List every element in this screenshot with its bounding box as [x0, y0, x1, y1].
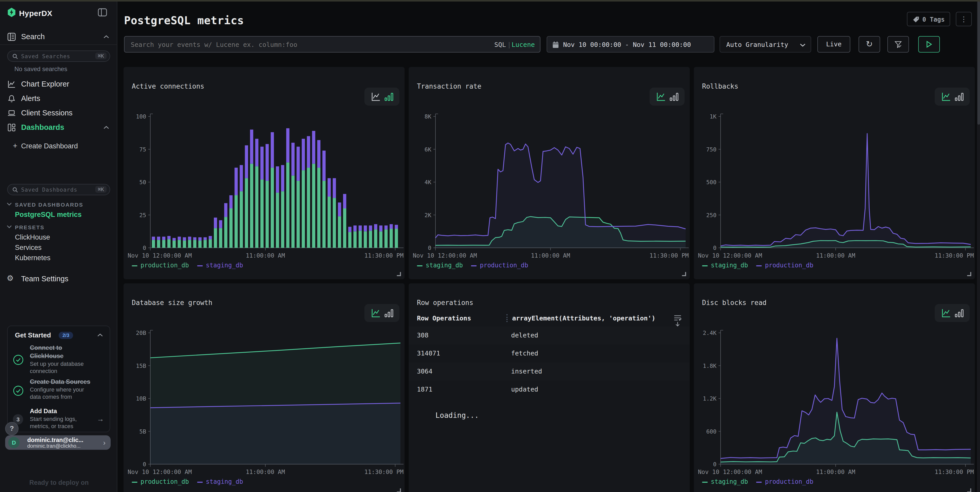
- saved-dashboards-input[interactable]: [21, 185, 88, 194]
- legend-item-staging_db[interactable]: staging_db: [702, 478, 748, 485]
- chevron-up-icon[interactable]: [103, 126, 109, 129]
- sidebar-item-services[interactable]: Services: [15, 244, 42, 251]
- chevron-up-icon[interactable]: [97, 333, 103, 337]
- resize-handle[interactable]: [967, 272, 971, 276]
- svg-text:750: 750: [706, 146, 716, 153]
- line-chart-toggle-icon[interactable]: [941, 308, 951, 318]
- legend-item-production_db[interactable]: production_db: [132, 478, 189, 485]
- legend-item-production_db[interactable]: production_db: [756, 262, 813, 269]
- bar-chart-toggle-icon[interactable]: [670, 92, 679, 102]
- lucene-toggle[interactable]: Lucene: [512, 41, 535, 48]
- sidebar-item-client-sessions[interactable]: Client Sessions: [0, 107, 117, 121]
- legend-dash: [197, 481, 203, 482]
- help-button[interactable]: ?: [5, 422, 19, 435]
- live-button[interactable]: Live: [817, 36, 850, 53]
- saved-dashboards-header[interactable]: SAVED DASHBOARDS: [15, 201, 83, 208]
- legend-dash: [132, 481, 137, 482]
- table-header: Row Operations arrayElement(Attributes, …: [417, 314, 681, 324]
- legend-item-production_db[interactable]: production_db: [756, 478, 813, 485]
- check-circle-icon: [13, 355, 24, 365]
- resize-handle[interactable]: [967, 489, 971, 492]
- table-row[interactable]: 3064 inserted: [409, 363, 690, 381]
- table-col-row-operations[interactable]: Row Operations: [417, 314, 471, 322]
- gs-item-title[interactable]: ClickHouse: [30, 352, 64, 359]
- svg-text:0: 0: [143, 245, 146, 251]
- table-col-operation-expr[interactable]: arrayElement(Attributes, 'operation'): [506, 314, 655, 322]
- chart-active-connections[interactable]: 1007550250Nov 10 12:00:00 AM11:00:00 AM1…: [124, 108, 404, 257]
- sidebar-collapse-icon[interactable]: [98, 8, 107, 16]
- legend-item-staging_db[interactable]: staging_db: [417, 262, 463, 269]
- sidebar-item-dashboards[interactable]: Dashboards: [0, 121, 117, 135]
- panel-database-size-growth: Database size growth 20B15B10B5B0Nov 10 …: [124, 283, 404, 492]
- user-name: dominic.tran@clic...: [27, 437, 83, 443]
- line-chart-toggle-icon[interactable]: [941, 92, 951, 102]
- resize-handle[interactable]: [682, 272, 686, 276]
- sidebar-item-kubernetes[interactable]: Kubernetes: [15, 254, 51, 262]
- sidebar-item-clickhouse[interactable]: ClickHouse: [15, 233, 50, 241]
- bar-chart-toggle-icon[interactable]: [955, 308, 964, 318]
- legend-item-production_db[interactable]: production_db: [471, 262, 528, 269]
- tag-icon: [913, 16, 920, 23]
- svg-text:25: 25: [140, 212, 146, 219]
- refresh-button[interactable]: ↻: [859, 36, 880, 53]
- bar-chart-toggle-icon[interactable]: [385, 92, 394, 102]
- date-range-picker[interactable]: Nov 10 00:00:00 - Nov 11 00:00:00: [547, 36, 714, 53]
- line-chart-toggle-icon[interactable]: [656, 92, 666, 102]
- gs-item-desc: Start sending logs,: [30, 415, 77, 422]
- chart-disc-blocks-read[interactable]: 2.4K1.8K1.2K6000Nov 10 12:00:00 AM11:00:…: [694, 324, 975, 474]
- resize-handle[interactable]: [397, 272, 401, 276]
- filter-button[interactable]: [887, 36, 909, 53]
- sidebar-item-alerts[interactable]: Alerts: [0, 93, 117, 106]
- line-chart-toggle-icon[interactable]: [371, 92, 381, 102]
- event-search-input[interactable]: [131, 38, 450, 51]
- gs-item-title[interactable]: Create Data Sources: [30, 378, 90, 385]
- arrow-right-icon[interactable]: →: [97, 415, 104, 423]
- run-query-button[interactable]: [918, 36, 940, 53]
- saved-searches-search[interactable]: ⌘K: [7, 51, 110, 62]
- plus-icon: +: [13, 141, 18, 150]
- svg-text:0: 0: [143, 461, 146, 468]
- svg-text:11:30:00 PM: 11:30:00 PM: [364, 252, 404, 257]
- legend-item-staging_db[interactable]: staging_db: [197, 478, 243, 485]
- sidebar-item-team-settings[interactable]: ⚙ Team Settings: [0, 273, 117, 286]
- sidebar-item-postgresql-metrics[interactable]: PostgreSQL metrics: [15, 211, 81, 219]
- presets-header[interactable]: PRESETS: [15, 224, 45, 230]
- panel-row-operations: Row operations Row Operations arrayEleme…: [409, 283, 690, 492]
- filter-icon: [894, 40, 902, 49]
- line-chart-toggle-icon[interactable]: [371, 308, 381, 318]
- svg-text:Nov 10 12:00:00 AM: Nov 10 12:00:00 AM: [698, 468, 762, 474]
- wrap-lines-icon[interactable]: [674, 314, 681, 321]
- gs-item-title[interactable]: Add Data: [30, 407, 57, 415]
- legend-item-staging_db[interactable]: staging_db: [197, 262, 243, 269]
- legend-item-staging_db[interactable]: staging_db: [702, 262, 748, 269]
- sql-toggle[interactable]: SQL: [495, 41, 506, 48]
- chart-transaction-rate[interactable]: 8K6K4K2K0Nov 10 12:00:00 AM11:00:00 AM11…: [409, 108, 690, 257]
- page-scrollbar[interactable]: [977, 0, 980, 492]
- chevron-up-icon[interactable]: [103, 35, 109, 38]
- legend-label: staging_db: [711, 262, 748, 269]
- event-search-box[interactable]: SQL | Lucene: [124, 36, 541, 53]
- granularity-select[interactable]: Auto Granularity: [719, 36, 811, 53]
- sidebar-item-label: Chart Explorer: [21, 80, 69, 88]
- user-profile[interactable]: D dominic.tran@clic... dominic.tran@clic…: [5, 435, 111, 450]
- chart-rollbacks[interactable]: 1K7505002500Nov 10 12:00:00 AM11:00:00 A…: [694, 108, 975, 257]
- table-row[interactable]: 314071 fetched: [409, 345, 690, 363]
- chart-database-size-growth[interactable]: 20B15B10B5B0Nov 10 12:00:00 AM11:00:00 A…: [124, 324, 404, 474]
- bar-chart-toggle-icon[interactable]: [385, 308, 394, 318]
- scrollbar-thumb[interactable]: [977, 1, 980, 125]
- table-row[interactable]: 1871 updated: [409, 381, 690, 399]
- bar-chart-toggle-icon[interactable]: [955, 92, 964, 102]
- kebab-menu-button[interactable]: ⋮: [956, 12, 972, 26]
- bell-icon: [7, 94, 16, 103]
- saved-searches-input[interactable]: [21, 51, 88, 61]
- tags-button[interactable]: 0 Tags: [907, 12, 950, 26]
- gs-item-title[interactable]: Connect to: [30, 344, 62, 351]
- legend-item-production_db[interactable]: production_db: [132, 262, 189, 269]
- table-row[interactable]: 308 deleted: [409, 327, 690, 345]
- legend-dash: [756, 265, 762, 266]
- resize-handle[interactable]: [397, 489, 401, 492]
- saved-dashboards-search[interactable]: ⌘K: [7, 184, 110, 195]
- sidebar-item-chart-explorer[interactable]: Chart Explorer: [0, 78, 117, 92]
- create-dashboard-button[interactable]: + Create Dashboard: [0, 140, 117, 153]
- sidebar-item-search[interactable]: Search: [0, 31, 117, 44]
